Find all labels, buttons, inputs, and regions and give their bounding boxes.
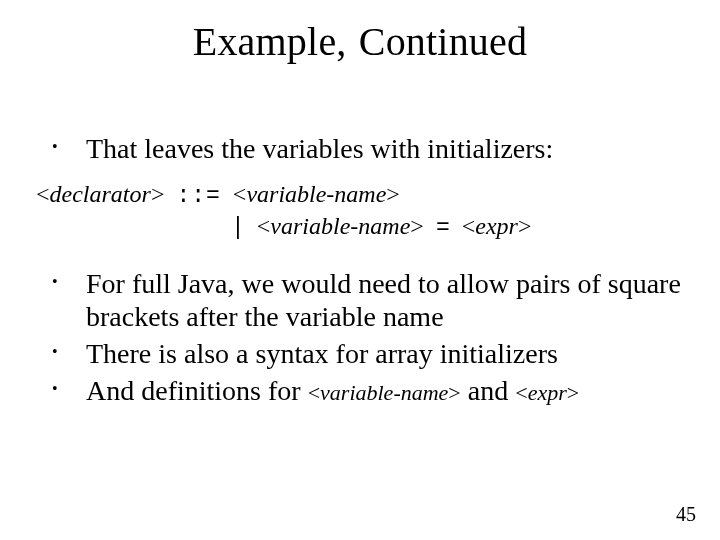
grammar-defines-op: ::=	[176, 183, 220, 209]
bullet-item: There is also a syntax for array initial…	[36, 337, 690, 370]
angle-close: >	[151, 181, 165, 207]
title-part-b: Continued	[359, 19, 527, 64]
angle-close: >	[410, 213, 424, 239]
inline-nonterminal: <expr>	[515, 380, 579, 405]
title-comma: ,	[336, 19, 346, 64]
nonterminal-variable-name: variable-name	[270, 213, 410, 239]
bullet-text: There is also a syntax for array initial…	[86, 338, 558, 369]
bullet-text-pre: And definitions for	[86, 375, 308, 406]
title-part-a: Example	[193, 19, 337, 64]
bullet-list-top: That leaves the variables with initializ…	[36, 132, 690, 165]
nonterminal-declarator: declarator	[50, 181, 151, 207]
angle-close: >	[567, 380, 579, 405]
grammar-line-1: <declarator> ::= <variable-name>	[36, 181, 400, 207]
slide-title: Example, Continued	[0, 18, 720, 65]
angle-open: <	[462, 213, 476, 239]
grammar-pipe: |	[231, 215, 245, 241]
angle-close: >	[386, 181, 400, 207]
angle-open: <	[308, 380, 320, 405]
bullet-text: For full Java, we would need to allow pa…	[86, 268, 681, 332]
angle-close: >	[448, 380, 460, 405]
slide: Example, Continued That leaves the varia…	[0, 0, 720, 540]
grammar-equals: =	[436, 215, 450, 241]
bullet-text-mid: and	[461, 375, 515, 406]
angle-open: <	[257, 213, 271, 239]
inline-nonterminal: <variable-name>	[308, 380, 461, 405]
slide-body: That leaves the variables with initializ…	[36, 132, 690, 411]
grammar-block: <declarator> ::= <variable-name> | <vari…	[36, 179, 690, 243]
nonterminal-expr: expr	[475, 213, 518, 239]
bullet-item: That leaves the variables with initializ…	[36, 132, 690, 165]
nonterminal-variable-name: variable-name	[246, 181, 386, 207]
grammar-line-2: | <variable-name> = <expr>	[36, 211, 690, 243]
nonterminal-variable-name: variable-name	[320, 380, 448, 405]
angle-close: >	[518, 213, 532, 239]
angle-open: <	[36, 181, 50, 207]
angle-open: <	[233, 181, 247, 207]
bullet-text: That leaves the variables with initializ…	[86, 133, 553, 164]
page-number: 45	[676, 503, 696, 526]
angle-open: <	[515, 380, 527, 405]
nonterminal-expr: expr	[528, 380, 567, 405]
bullet-list-bottom: For full Java, we would need to allow pa…	[36, 267, 690, 407]
bullet-item: For full Java, we would need to allow pa…	[36, 267, 690, 333]
bullet-item: And definitions for <variable-name> and …	[36, 374, 690, 407]
